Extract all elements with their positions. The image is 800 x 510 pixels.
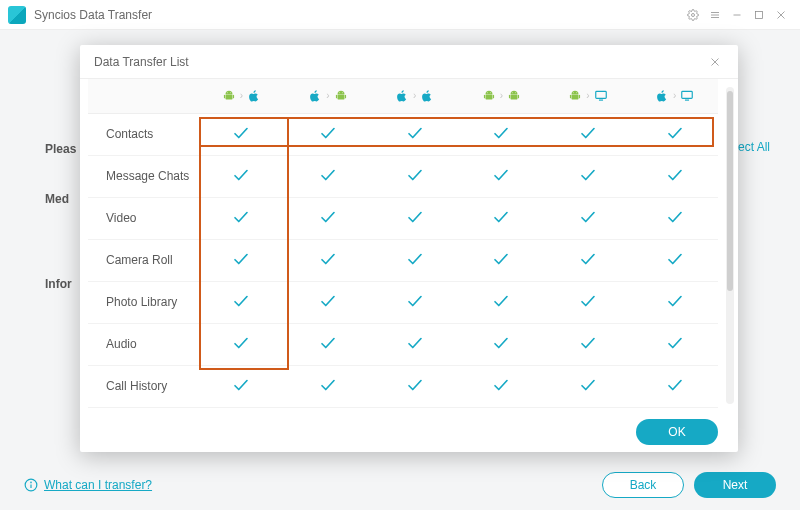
checkmark-icon (492, 215, 510, 229)
hamburger-icon (709, 9, 721, 21)
android-icon (568, 89, 582, 103)
android-icon (482, 89, 496, 103)
support-cell (631, 323, 718, 365)
checkmark-icon (406, 215, 424, 229)
checkmark-icon (579, 299, 597, 313)
checkmark-icon (579, 341, 597, 355)
checkmark-icon (666, 257, 684, 271)
checkmark-icon (232, 257, 250, 271)
checkmark-icon (232, 131, 250, 145)
chevron-right-icon: › (500, 90, 503, 101)
info-icon (24, 478, 38, 492)
checkmark-icon (319, 173, 337, 187)
apple-icon (655, 89, 669, 103)
select-all-link[interactable]: ect All (738, 140, 770, 154)
support-cell (198, 113, 285, 155)
dialog-close-button[interactable] (706, 53, 724, 71)
scrollbar[interactable] (726, 87, 734, 404)
checkmark-icon (232, 173, 250, 187)
chevron-right-icon: › (673, 90, 676, 101)
checkmark-icon (406, 383, 424, 397)
computer-icon (680, 89, 694, 103)
transfer-list-dialog: Data Transfer List › › › › › › ContactsM… (80, 45, 738, 452)
bg-label-2: Infor (45, 277, 72, 291)
apple-icon (395, 89, 409, 103)
support-cell (285, 197, 372, 239)
column-header: › (631, 79, 718, 113)
support-cell (458, 155, 545, 197)
dialog-footer: OK (80, 412, 738, 452)
checkmark-icon (492, 383, 510, 397)
checkmark-icon (579, 215, 597, 229)
table-row: Camera Roll (88, 239, 718, 281)
column-header: › (545, 79, 632, 113)
ok-button[interactable]: OK (636, 419, 718, 445)
checkmark-icon (406, 173, 424, 187)
close-button[interactable] (770, 4, 792, 26)
support-matrix-table: › › › › › › ContactsMessage ChatsVideoCa… (88, 79, 718, 408)
support-cell (285, 281, 372, 323)
menu-button[interactable] (704, 4, 726, 26)
support-cell (545, 197, 632, 239)
table-row: Contacts (88, 113, 718, 155)
checkmark-icon (579, 131, 597, 145)
support-cell (198, 155, 285, 197)
next-button[interactable]: Next (694, 472, 776, 498)
support-cell (545, 281, 632, 323)
support-cell (545, 239, 632, 281)
app-logo-icon (8, 6, 26, 24)
checkmark-icon (319, 299, 337, 313)
maximize-button[interactable] (748, 4, 770, 26)
checkmark-icon (319, 131, 337, 145)
apple-icon (308, 89, 322, 103)
minimize-icon (731, 9, 743, 21)
table-row: Call History (88, 365, 718, 407)
minimize-button[interactable] (726, 4, 748, 26)
support-cell (631, 365, 718, 407)
support-cell (631, 281, 718, 323)
apple-icon (420, 89, 434, 103)
help-link[interactable]: What can I transfer? (44, 478, 152, 492)
column-header: › (371, 79, 458, 113)
support-cell (371, 323, 458, 365)
checkmark-icon (319, 383, 337, 397)
maximize-icon (753, 9, 765, 21)
support-cell (458, 113, 545, 155)
row-label: Photo Library (88, 281, 198, 323)
column-header: › (285, 79, 372, 113)
row-label: Audio (88, 323, 198, 365)
chevron-right-icon: › (326, 90, 329, 101)
checkmark-icon (666, 299, 684, 313)
checkmark-icon (406, 131, 424, 145)
app-title: Syncios Data Transfer (34, 8, 152, 22)
support-cell (458, 239, 545, 281)
checkmark-icon (492, 257, 510, 271)
settings-button[interactable] (682, 4, 704, 26)
support-cell (545, 323, 632, 365)
computer-icon (594, 89, 608, 103)
support-cell (285, 365, 372, 407)
support-cell (198, 365, 285, 407)
back-button[interactable]: Back (602, 472, 684, 498)
android-icon (507, 89, 521, 103)
checkmark-icon (666, 131, 684, 145)
support-cell (198, 197, 285, 239)
checkmark-icon (579, 383, 597, 397)
column-header: › (458, 79, 545, 113)
support-cell (631, 239, 718, 281)
support-cell (371, 239, 458, 281)
chevron-right-icon: › (586, 90, 589, 101)
support-cell (198, 239, 285, 281)
scroll-thumb[interactable] (727, 91, 733, 291)
support-cell (545, 155, 632, 197)
support-cell (631, 197, 718, 239)
svg-point-10 (31, 482, 32, 483)
checkmark-icon (232, 299, 250, 313)
support-cell (371, 281, 458, 323)
support-cell (545, 365, 632, 407)
support-cell (198, 281, 285, 323)
checkmark-icon (406, 299, 424, 313)
bg-label-1: Med (45, 192, 69, 206)
checkmark-icon (232, 215, 250, 229)
support-cell (285, 155, 372, 197)
